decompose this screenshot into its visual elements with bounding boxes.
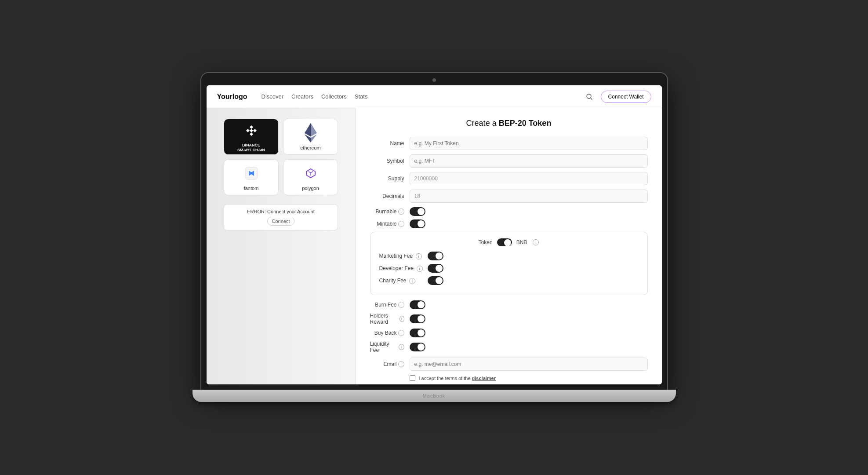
chain-card-fantom[interactable]: fantom bbox=[224, 159, 279, 195]
chain-card-polygon[interactable]: polygon bbox=[283, 159, 338, 195]
binance-logo bbox=[242, 121, 261, 140]
polygon-logo bbox=[301, 164, 320, 183]
symbol-input[interactable] bbox=[410, 154, 648, 168]
charity-fee-label-container: Charity Fee i bbox=[379, 278, 428, 284]
macbook-base bbox=[192, 390, 676, 402]
buy-back-toggle[interactable] bbox=[410, 329, 425, 337]
developer-fee-toggle[interactable] bbox=[428, 264, 443, 273]
search-button[interactable] bbox=[583, 91, 596, 103]
burnable-label: Burnable bbox=[375, 208, 396, 215]
buy-back-info-icon[interactable]: i bbox=[398, 330, 404, 336]
burn-fee-toggle[interactable] bbox=[410, 300, 425, 309]
name-label: Name bbox=[390, 140, 404, 146]
mintable-row: Mintable i bbox=[370, 219, 648, 228]
form-title: Create a BEP-20 Token bbox=[370, 119, 648, 128]
nav-actions: Connect Wallet bbox=[583, 91, 651, 103]
liquidity-fee-label: Liquidity Fee bbox=[370, 341, 397, 353]
right-panel: Create a BEP-20 Token Name bbox=[356, 108, 662, 384]
nav-link-collectors[interactable]: Collectors bbox=[321, 93, 347, 100]
burn-fee-row: Burn Fee i bbox=[370, 300, 648, 309]
mintable-toggle[interactable] bbox=[410, 219, 425, 228]
marketing-fee-toggle[interactable] bbox=[428, 252, 443, 260]
developer-fee-row: Developer Fee i bbox=[379, 264, 639, 273]
disclaimer-link[interactable]: disclaimer bbox=[472, 376, 496, 381]
name-label-container: Name bbox=[370, 140, 410, 146]
navbar: Yourlogo Discover Creators Collectors St… bbox=[207, 85, 662, 108]
supply-label-container: Supply bbox=[370, 175, 410, 182]
holders-reward-label: Holders Reward bbox=[370, 313, 398, 325]
burnable-row: Burnable i bbox=[370, 207, 648, 216]
holders-reward-info-icon[interactable]: i bbox=[399, 316, 404, 322]
decimals-label-container: Decimals bbox=[370, 193, 410, 199]
email-label-container: Email i bbox=[370, 361, 410, 367]
mintable-label-container: Mintable i bbox=[370, 221, 410, 227]
developer-fee-label: Developer Fee bbox=[379, 265, 414, 271]
mintable-info-icon[interactable]: i bbox=[398, 221, 404, 227]
supply-input[interactable] bbox=[410, 172, 648, 185]
ethereum-logo bbox=[301, 123, 320, 142]
error-box: ERROR: Connect your Account Connect bbox=[224, 204, 338, 230]
charity-fee-label: Charity Fee bbox=[379, 278, 407, 284]
burn-fee-label: Burn Fee bbox=[375, 302, 396, 308]
chain-card-binance[interactable]: BINANCE SMART CHAIN bbox=[224, 119, 279, 155]
connect-wallet-button[interactable]: Connect Wallet bbox=[601, 91, 651, 103]
search-icon bbox=[586, 93, 593, 100]
main-content: BINANCE SMART CHAIN bbox=[207, 108, 662, 384]
fee-section-header: Token BNB i bbox=[379, 238, 639, 246]
holders-reward-label-container: Holders Reward i bbox=[370, 313, 410, 325]
fantom-logo bbox=[242, 164, 261, 183]
mintable-label: Mintable bbox=[377, 221, 396, 227]
burnable-info-icon[interactable]: i bbox=[398, 208, 404, 215]
liquidity-fee-row: Liquidity Fee i bbox=[370, 341, 648, 353]
error-message: ERROR: Connect your Account bbox=[231, 209, 330, 214]
token-bnb-toggle[interactable] bbox=[497, 238, 512, 246]
decimals-input[interactable] bbox=[410, 190, 648, 203]
charity-fee-toggle[interactable] bbox=[428, 276, 443, 285]
developer-fee-label-container: Developer Fee i bbox=[379, 265, 428, 272]
token-label: Token bbox=[479, 239, 493, 245]
connect-small-button[interactable]: Connect bbox=[267, 217, 295, 226]
burn-fee-label-container: Burn Fee i bbox=[370, 302, 410, 308]
symbol-label: Symbol bbox=[386, 158, 404, 164]
nav-link-stats[interactable]: Stats bbox=[355, 93, 368, 100]
marketing-fee-label-container: Marketing Fee i bbox=[379, 253, 428, 259]
email-row: Email i bbox=[370, 358, 648, 371]
disclaimer-checkbox[interactable] bbox=[410, 375, 415, 381]
burnable-label-container: Burnable i bbox=[370, 208, 410, 215]
burn-fee-info-icon[interactable]: i bbox=[398, 302, 404, 308]
nav-logo: Yourlogo bbox=[217, 93, 247, 101]
charity-fee-row: Charity Fee i bbox=[379, 276, 639, 285]
buy-back-label-container: Buy Back i bbox=[370, 330, 410, 336]
chain-grid: BINANCE SMART CHAIN bbox=[224, 119, 338, 195]
nav-links: Discover Creators Collectors Stats bbox=[261, 93, 573, 100]
chain-card-ethereum[interactable]: ethereum bbox=[283, 119, 338, 155]
holders-reward-row: Holders Reward i bbox=[370, 313, 648, 325]
buy-back-row: Buy Back i bbox=[370, 329, 648, 337]
email-info-icon[interactable]: i bbox=[398, 361, 404, 367]
bottom-toggles: Burn Fee i Holders Reward i bbox=[370, 300, 648, 353]
svg-line-1 bbox=[591, 98, 592, 99]
liquidity-fee-label-container: Liquidity Fee i bbox=[370, 341, 410, 353]
liquidity-fee-toggle[interactable] bbox=[410, 343, 425, 351]
symbol-label-container: Symbol bbox=[370, 158, 410, 164]
name-row: Name bbox=[370, 137, 648, 150]
email-input[interactable] bbox=[410, 358, 648, 371]
disclaimer-row: I accept the terms of the disclaimer bbox=[370, 375, 648, 381]
decimals-row: Decimals bbox=[370, 190, 648, 203]
holders-reward-toggle[interactable] bbox=[410, 314, 425, 323]
buy-back-label: Buy Back bbox=[374, 330, 397, 336]
nav-link-discover[interactable]: Discover bbox=[261, 93, 284, 100]
supply-row: Supply bbox=[370, 172, 648, 185]
developer-fee-info-icon[interactable]: i bbox=[417, 266, 423, 272]
fee-info-icon[interactable]: i bbox=[533, 239, 539, 245]
name-input[interactable] bbox=[410, 137, 648, 150]
nav-link-creators[interactable]: Creators bbox=[291, 93, 313, 100]
fee-section: Token BNB i Marketing Fee i bbox=[370, 232, 648, 295]
liquidity-fee-info-icon[interactable]: i bbox=[399, 344, 404, 350]
marketing-fee-label: Marketing Fee bbox=[379, 253, 413, 259]
marketing-fee-info-icon[interactable]: i bbox=[416, 253, 422, 259]
charity-fee-info-icon[interactable]: i bbox=[409, 278, 415, 284]
symbol-row: Symbol bbox=[370, 154, 648, 168]
burnable-toggle[interactable] bbox=[410, 207, 425, 216]
email-label: Email bbox=[383, 361, 396, 367]
